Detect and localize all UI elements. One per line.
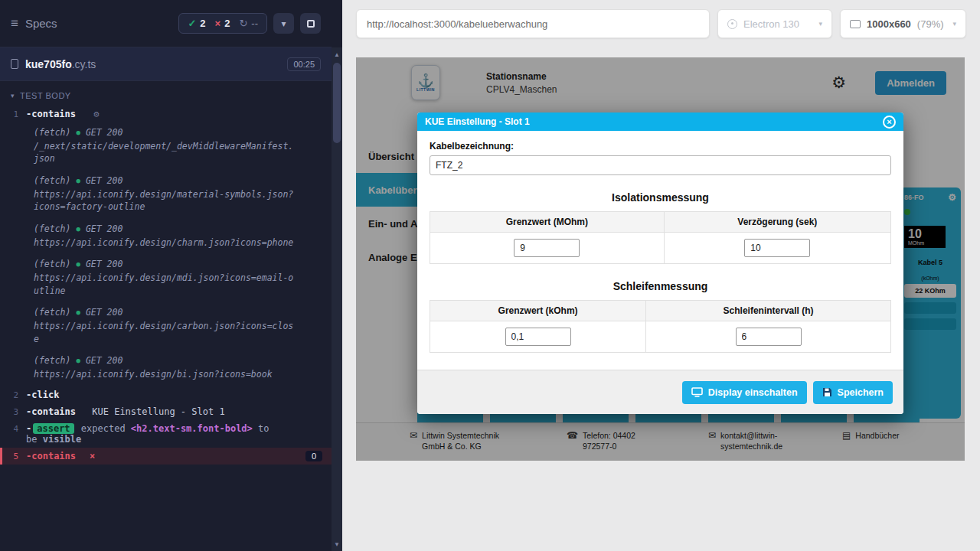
status-dot-icon: ● [76,259,80,269]
runner-scrollbar[interactable]: ▲ ▼ [332,47,342,551]
loop-col2-header: Schleifenintervall (h) [646,301,891,321]
browser-selector[interactable]: Electron 130 ▾ [717,9,832,38]
scroll-up-arrow[interactable]: ▲ [332,49,342,60]
command-click[interactable]: 2 -click [0,386,332,403]
save-button[interactable]: Speichern [813,381,893,404]
pending-stat: ↻ -- [239,18,258,29]
stop-icon [307,20,315,28]
viewport-size: 1000x660 [867,18,911,30]
pending-count: -- [251,18,258,29]
fail-count-badge: 0 [305,451,322,461]
loop-table: Grenzwert (kOhm) Schleifenintervall (h) [430,300,891,353]
loop-interval-input[interactable] [736,328,802,346]
fetch-label: (fetch) [34,223,70,236]
assert-selector: <h2.text-sm.font-bold> [131,423,253,434]
runner-content: ≡ Specs ✓ 2 × 2 ↻ -- ▾ [0,0,332,551]
command-prefix: - [26,423,31,434]
modal-body: Kabelbezeichnung: Isolationsmessung Gren… [417,131,903,370]
loop-interval-cell [646,321,891,353]
fail-x-icon: × [90,451,95,461]
isolation-limit-input[interactable] [514,239,580,257]
display-on-label: Display einschalten [708,387,798,398]
command-number: 4 [0,423,26,434]
modal-footer: Display einschalten Speichern [417,370,903,414]
isolation-delay-cell [664,233,890,264]
viewport-icon [850,20,861,28]
fetch-log-entry[interactable]: (fetch) ●GET 200 /_next/static/developme… [0,122,332,171]
stop-button[interactable] [300,13,321,34]
command-body: -contains KUE Einstellung - Slot 1 [26,406,322,417]
command-contains-failed[interactable]: 5 -contains × 0 [0,448,332,465]
url-bar[interactable]: http://localhost:3000/kabelueberwachung [356,9,710,38]
caret-down-icon: ▾ [11,92,15,99]
chevron-down-icon: ▾ [952,20,956,28]
spec-basename: kue705fo [25,58,72,70]
assert-expected: expected [81,423,126,434]
command-number: 1 [0,109,26,119]
spec-header[interactable]: kue705fo.cy.ts 00:25 [0,47,332,81]
fetch-url: https://api.iconify.design/charm.json?ic… [34,236,298,249]
command-assert[interactable]: 4 -assert expected <h2.text-sm.font-bold… [0,420,332,448]
save-label: Speichern [838,387,884,398]
loop-limit-cell [430,321,646,353]
save-floppy-icon [822,387,832,397]
spec-duration-badge: 00:25 [287,57,321,71]
browser-toolbar: http://localhost:3000/kabelueberwachung … [356,9,966,38]
command-body: -contains × 0 [26,451,322,461]
fetch-log-entry[interactable]: (fetch) ●GET 200 https://api.iconify.des… [0,171,332,219]
fetch-log-entry[interactable]: (fetch) ●GET 200 https://api.iconify.des… [0,254,332,302]
command-log: 1 -contains ⚙ (fetch) ●GET 200 /_next/st… [0,106,332,465]
kue-settings-modal: KUE Einstellung - Slot 1 × Kabelbezeichn… [417,112,903,414]
specs-title[interactable]: Specs [25,17,57,30]
runner-header: ≡ Specs ✓ 2 × 2 ↻ -- ▾ [0,0,332,47]
status-dot-icon: ● [76,356,80,366]
scroll-down-arrow[interactable]: ▼ [332,539,342,549]
command-number: 2 [0,390,26,400]
fetch-status: GET 200 [86,354,122,367]
assert-state: visible [43,434,82,445]
fetch-log-entry[interactable]: (fetch) ●GET 200 https://api.iconify.des… [0,219,332,254]
cable-name-input[interactable] [430,155,891,175]
specs-menu-icon[interactable]: ≡ [11,16,18,31]
fetch-url: https://api.iconify.design/carbon.json?i… [34,320,298,345]
cable-name-label: Kabelbezeichnung: [430,141,891,152]
test-body-section[interactable]: ▾ TEST BODY [0,81,332,106]
check-icon: ✓ [188,18,196,29]
command-number: 3 [0,406,26,417]
refresh-icon: ↻ [239,18,247,29]
assert-pill: assert [33,423,74,434]
loop-limit-input[interactable] [505,328,571,346]
command-name: contains [31,406,76,417]
fetch-url: https://api.iconify.design/material-symb… [34,188,298,214]
command-contains-2[interactable]: 3 -contains KUE Einstellung - Slot 1 [0,403,332,420]
command-body: -assert expected <h2.text-sm.font-bold> … [26,423,279,445]
fetch-url: https://api.iconify.design/bi.json?icons… [34,368,298,381]
status-dot-icon: ● [76,308,80,318]
command-contains-1[interactable]: 1 -contains ⚙ [0,106,332,122]
scrollbar-thumb[interactable] [333,63,341,143]
chevron-down-icon: ▾ [281,18,286,29]
failed-count: 2 [224,18,230,29]
passed-count: 2 [200,18,205,29]
fetch-log-entry[interactable]: (fetch) ●GET 200 https://api.iconify.des… [0,302,332,350]
test-stats: ✓ 2 × 2 ↻ -- [178,13,267,34]
collapse-button[interactable]: ▾ [273,13,294,34]
test-runner-panel: ≡ Specs ✓ 2 × 2 ↻ -- ▾ [0,0,342,551]
fetch-url: /_next/static/development/_devMiddleware… [34,140,298,165]
viewport-selector[interactable]: 1000x660 (79%) ▾ [840,9,966,38]
close-icon[interactable]: × [883,116,896,129]
fetch-status: GET 200 [86,223,122,236]
display-icon [691,387,703,397]
modal-title: KUE Einstellung - Slot 1 [425,116,530,127]
fetch-log-entry[interactable]: (fetch) ●GET 200 https://api.iconify.des… [0,350,332,386]
options-gear-icon[interactable]: ⚙ [93,109,99,119]
fetch-url: https://api.iconify.design/mdi.json?icon… [34,272,298,297]
isolation-limit-cell [430,233,665,264]
fetch-label: (fetch) [34,258,70,271]
isolation-delay-input[interactable] [744,239,810,257]
chevron-down-icon: ▾ [818,20,822,28]
url-text: http://localhost:3000/kabelueberwachung [367,18,547,30]
display-on-button[interactable]: Display einschalten [682,381,807,404]
command-argument: KUE Einstellung - Slot 1 [92,406,224,417]
fetch-label: (fetch) [34,174,70,187]
